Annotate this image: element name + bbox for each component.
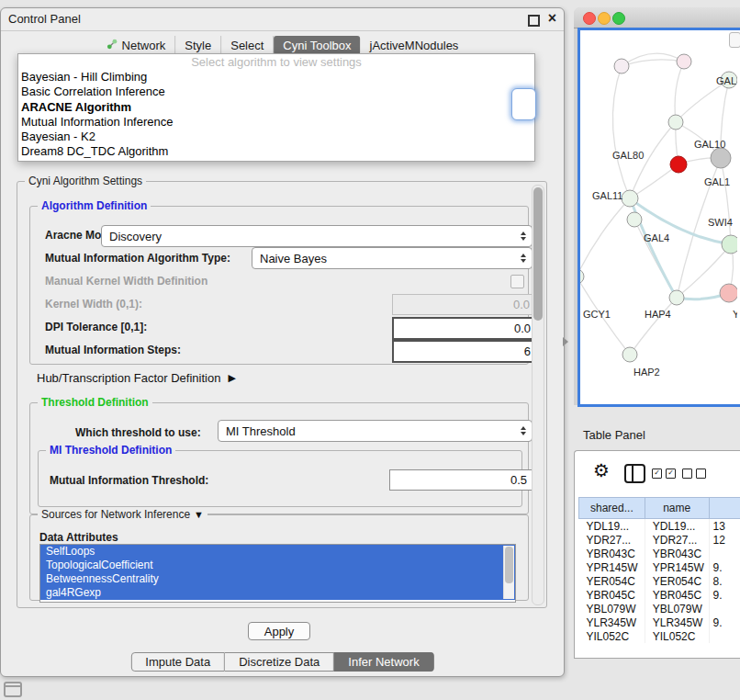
network-node[interactable]: [668, 115, 683, 130]
mac-minimize-light[interactable]: [598, 12, 611, 25]
network-node[interactable]: [711, 148, 731, 168]
network-node[interactable]: [669, 290, 684, 305]
table-cell[interactable]: 9.: [709, 560, 740, 574]
table-cell[interactable]: YBR043C: [579, 547, 645, 560]
attribute-item[interactable]: TopologicalCoefficient: [40, 559, 515, 572]
table-cell[interactable]: 13: [709, 519, 740, 534]
table-row[interactable]: YER054CYER054C8.: [579, 574, 740, 588]
table-cell[interactable]: YBR045C: [579, 588, 645, 602]
table-cell[interactable]: YER054C: [579, 574, 645, 588]
table-row[interactable]: YDR27...YDR27...12: [579, 533, 740, 547]
splitter-arrow-icon[interactable]: [563, 337, 568, 346]
table-row[interactable]: YIL052CYIL052C: [579, 629, 740, 643]
algorithm-option[interactable]: Dream8 DC_TDC Algorithm: [18, 144, 534, 159]
mi-steps-input[interactable]: 6: [392, 340, 538, 363]
algorithm-settings-side-button[interactable]: [511, 88, 536, 120]
bottom-tab-impute-data[interactable]: Impute Data: [130, 652, 225, 672]
table-header-cell[interactable]: [709, 498, 740, 519]
table-row[interactable]: YLR345WYLR345W9.: [579, 615, 740, 629]
attribute-list[interactable]: SelfLoopsTopologicalCoefficientBetweenne…: [39, 544, 516, 603]
float-window-icon[interactable]: [528, 15, 540, 27]
network-node[interactable]: [720, 284, 737, 302]
table-row[interactable]: YPR145WYPR145W9.: [579, 560, 740, 574]
bottom-tab-discretize-data[interactable]: Discretize Data: [225, 652, 334, 672]
table-cell[interactable]: 9.: [709, 588, 740, 602]
algorithm-option[interactable]: Basic Correlation Inference: [18, 85, 534, 99]
table-cell[interactable]: YDL19...: [579, 519, 645, 534]
columns-icon[interactable]: [624, 464, 645, 483]
table-cell[interactable]: [709, 629, 740, 643]
algorithm-option[interactable]: Bayesian - K2: [18, 130, 534, 144]
deselect-all-columns-button[interactable]: [682, 469, 706, 479]
bottom-tab-infer-network[interactable]: Infer Network: [334, 652, 433, 672]
tab-network[interactable]: Network: [97, 36, 176, 55]
scrollbar-thumb[interactable]: [505, 547, 513, 583]
table-cell[interactable]: YIL052C: [645, 629, 709, 643]
tab-style[interactable]: Style: [175, 36, 221, 55]
table-cell[interactable]: YLR345W: [645, 615, 709, 629]
tab-select[interactable]: Select: [221, 36, 274, 55]
table-row[interactable]: YDL19...YDL19...13: [579, 519, 740, 534]
attribute-list-scrollbar[interactable]: [503, 546, 514, 599]
attribute-item[interactable]: gal4RGexp: [40, 586, 515, 600]
table-cell[interactable]: 8.: [709, 574, 740, 588]
algorithm-option[interactable]: Mutual Information Inference: [18, 115, 534, 130]
table-row[interactable]: YBR043CYBR043C: [579, 547, 740, 560]
table-cell[interactable]: YPR145W: [579, 560, 645, 574]
kernel-width-input[interactable]: 0.0: [392, 294, 536, 315]
table-cell[interactable]: 9.: [709, 615, 740, 629]
table-header-cell[interactable]: shared...: [579, 498, 645, 519]
network-node[interactable]: [677, 54, 691, 69]
canvas-scroll-button[interactable]: [729, 32, 740, 48]
network-canvas[interactable]: GALGAL10GAL80GAL1GAL11SWI4GAL4GCY1HAP4YH…: [577, 28, 740, 407]
mac-close-light[interactable]: [583, 12, 596, 25]
table-cell[interactable]: YLR345W: [579, 615, 645, 629]
table-header-cell[interactable]: name: [645, 498, 709, 519]
table-cell[interactable]: [709, 602, 740, 615]
settings-scrollbar[interactable]: [532, 185, 544, 605]
select-all-columns-button[interactable]: ✓ ✓: [652, 469, 676, 479]
table-row[interactable]: YBR045CYBR045C9.: [579, 588, 740, 602]
mi-threshold-input[interactable]: 0.5: [389, 469, 533, 491]
close-icon[interactable]: ×: [548, 10, 556, 27]
mi-algorithm-type-combo[interactable]: Naive Bayes: [252, 247, 533, 269]
network-node[interactable]: [622, 347, 637, 362]
network-node-label: GAL10: [694, 139, 725, 150]
table-cell[interactable]: YDR27...: [645, 533, 709, 547]
gear-icon[interactable]: ⚙: [593, 460, 610, 480]
tab-cyni-toolbox[interactable]: Cyni Toolbox: [274, 36, 360, 55]
manual-kernel-width-checkbox[interactable]: [510, 275, 524, 288]
table-cell[interactable]: YDR27...: [579, 533, 645, 547]
network-node[interactable]: [614, 59, 629, 73]
algorithm-option[interactable]: Bayesian - Hill Climbing: [18, 70, 534, 85]
table-cell[interactable]: YBL079W: [645, 602, 709, 615]
tab-jactivemnodules[interactable]: jActiveMNodules: [361, 36, 468, 55]
table-cell[interactable]: YER054C: [645, 574, 709, 588]
which-threshold-combo[interactable]: MI Threshold: [218, 420, 533, 442]
attribute-item[interactable]: SelfLoops: [40, 545, 515, 559]
network-node[interactable]: [627, 212, 642, 227]
table-cell[interactable]: [709, 547, 740, 560]
table-cell[interactable]: YPR145W: [645, 560, 709, 574]
aracne-mode-combo[interactable]: Discovery: [101, 225, 533, 247]
hub-definition-toggle[interactable]: Hub/Transcription Factor Definition ▶: [37, 371, 236, 385]
apply-button[interactable]: Apply: [248, 622, 310, 640]
sources-legend[interactable]: Sources for Network Inference ▼: [38, 508, 207, 521]
table-cell[interactable]: YBR045C: [645, 588, 709, 602]
table-cell[interactable]: YIL052C: [579, 629, 645, 643]
attribute-item[interactable]: BetweennessCentrality: [40, 572, 515, 586]
dpi-tolerance-input[interactable]: 0.0: [392, 317, 538, 340]
network-node[interactable]: [670, 156, 687, 173]
table-cell[interactable]: 12: [709, 533, 740, 547]
settings-scrollbar-thumb[interactable]: [533, 187, 543, 321]
table-cell[interactable]: YDL19...: [645, 519, 709, 534]
network-node[interactable]: [722, 235, 737, 254]
table-row[interactable]: YBL079WYBL079W: [579, 602, 740, 615]
network-node[interactable]: [622, 190, 638, 207]
table-cell[interactable]: YBR043C: [645, 547, 709, 560]
docked-panel-icon[interactable]: [4, 682, 22, 697]
table-cell[interactable]: YBL079W: [579, 602, 645, 615]
algorithm-option[interactable]: ARACNE Algorithm: [18, 100, 534, 115]
mac-zoom-light[interactable]: [612, 12, 625, 25]
network-node[interactable]: [580, 269, 584, 284]
